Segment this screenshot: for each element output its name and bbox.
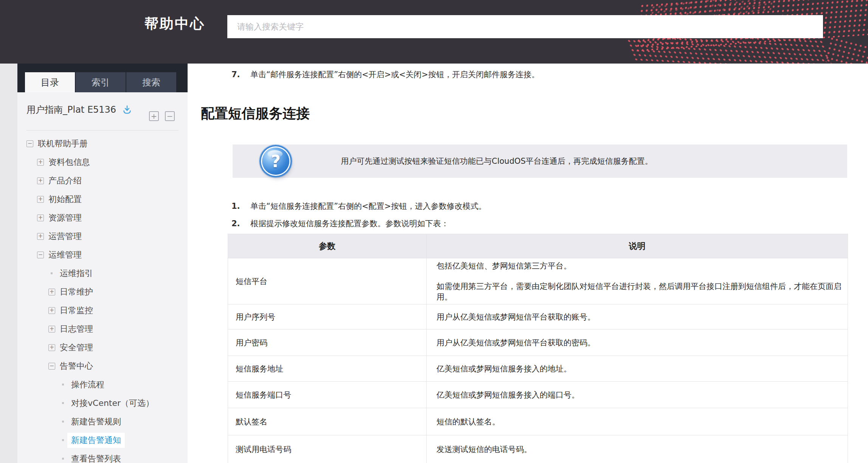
doc-title: 用户指南_Plat E5136 [26,104,116,116]
table-row: 短信平台 包括亿美短信、梦网短信第三方平台。如需使用第三方平台，需要由定制化团队… [228,258,848,305]
expand-all-button[interactable]: + [149,111,159,121]
toc-tree-item[interactable]: + 产品介绍 [17,171,188,190]
toc-tree-item[interactable]: 操作流程 [17,375,188,394]
toc-tree-item-label: 日志管理 [60,323,93,335]
collapse-all-button[interactable]: − [165,111,175,121]
column-header-param: 参数 [228,234,427,258]
sidebar-tabbar: 目录 索引 搜索 [17,64,188,92]
collapse-node-icon[interactable]: − [37,252,44,258]
expand-node-icon[interactable]: + [37,196,44,203]
main-content: 7. 单击“邮件服务连接配置”右侧的<开启>或<关闭>按钮，开启关闭邮件服务连接… [188,64,868,463]
step-number: 2. [231,219,250,228]
leaf-bullet-icon [62,439,64,441]
download-icon[interactable] [122,105,132,115]
toc-tree-item[interactable]: + 日常维护 [17,283,188,301]
collapse-node-icon[interactable]: − [26,140,33,147]
table-row: 默认签名 短信的默认签名。 [228,408,848,435]
decorative-dot-pattern [824,36,868,64]
tab-search[interactable]: 搜索 [126,72,176,92]
param-cell: 测试用电话号码 [228,435,427,463]
left-margin-strip [0,64,17,463]
help-question-icon: ? [262,148,289,175]
toc-tree-item[interactable]: − 运维管理 [17,245,188,264]
leaf-bullet-icon [62,458,64,460]
toc-tree-item[interactable]: + 日志管理 [17,320,188,338]
expand-node-icon[interactable]: + [37,177,44,184]
table-row: 用户序列号 用户从亿美短信或梦网短信平台获取的账号。 [228,305,848,329]
search-input[interactable] [227,15,823,38]
desc-cell: 短信的默认签名。 [427,408,848,435]
param-cell: 短信平台 [228,258,427,305]
leaf-bullet-icon [62,421,64,423]
expand-node-icon[interactable]: + [48,307,55,314]
table-header-row: 参数 说明 [228,234,848,258]
desc-paragraph: 发送测试短信的电话号码。 [436,444,842,455]
toc-tree-item[interactable]: + 初始配置 [17,190,188,208]
tab-index[interactable]: 索引 [76,72,126,92]
question-mark-glyph: ? [271,152,281,171]
tab-toc[interactable]: 目录 [25,72,75,92]
desc-paragraph: 短信的默认签名。 [436,416,842,427]
leaf-bullet-icon [62,402,64,404]
step-text: 根据提示修改短信服务连接配置参数。参数说明如下表： [250,219,449,228]
toc-tree-item-label: 操作流程 [71,379,104,390]
toc-tree-item[interactable]: 运维指引 [17,264,188,283]
table-row: 用户密码 用户从亿美短信或梦网短信平台获取的密码。 [228,329,848,356]
table-row: 短信服务地址 亿美短信或梦网短信服务接入的地址。 [228,356,848,382]
desc-cell: 亿美短信或梦网短信服务接入的端口号。 [427,382,848,408]
toc-tree-item[interactable]: − 联机帮助手册 [17,134,188,153]
sidebar-divider [26,130,179,131]
leaf-bullet-icon [62,384,64,385]
param-cell: 默认签名 [228,408,427,435]
param-cell: 用户密码 [228,329,427,356]
table-row: 短信服务端口号 亿美短信或梦网短信服务接入的端口号。 [228,382,848,408]
toc-tree-item-label: 查看告警列表 [71,453,121,463]
toc-tree-item[interactable]: + 资源管理 [17,208,188,227]
toc-tree: − 联机帮助手册 + 资料包信息 + 产品介绍 + 初始配置 + 资源管理 + … [17,134,188,463]
desc-paragraph: 用户从亿美短信或梦网短信平台获取的账号。 [436,312,842,322]
steps-list: 1. 单击“短信服务连接配置”右侧的<配置>按钮，进入参数修改模式。 2. 根据… [231,201,868,228]
desc-paragraph: 如需使用第三方平台，需要由定制化团队对短信平台进行封装，然后调用平台接口注册到短… [436,281,842,302]
toc-tree-item[interactable]: + 资料包信息 [17,153,188,171]
desc-paragraph: 亿美短信或梦网短信服务接入的地址。 [436,364,842,374]
step-number: 1. [231,201,250,211]
param-cell: 用户序列号 [228,305,427,329]
expand-node-icon[interactable]: + [48,326,55,332]
collapse-node-icon[interactable]: − [48,363,55,370]
toc-tree-item-label: 新建告警规则 [71,416,121,427]
desc-cell: 发送测试短信的电话号码。 [427,435,848,463]
parameter-table: 参数 说明 短信平台 包括亿美短信、梦网短信第三方平台。如需使用第三方平台，需要… [228,234,848,463]
toc-tree-item-label: 运营管理 [48,231,82,242]
step-item-7: 7. 单击“邮件服务连接配置”右侧的<开启>或<关闭>按钮，开启关闭邮件服务连接… [231,70,868,79]
toc-tree-item[interactable]: 新建告警通知 [17,431,188,449]
toc-tree-item-label: 产品介绍 [48,175,82,186]
toc-tree-item[interactable]: + 日常监控 [17,301,188,320]
desc-paragraph: 包括亿美短信、梦网短信第三方平台。 [436,261,842,271]
expand-node-icon[interactable]: + [37,159,44,166]
desc-cell: 包括亿美短信、梦网短信第三方平台。如需使用第三方平台，需要由定制化团队对短信平台… [427,258,848,305]
table-row: 测试用电话号码 发送测试短信的电话号码。 [228,435,848,463]
toc-tree-item[interactable]: 新建告警规则 [17,412,188,431]
toc-tree-item-label: 资料包信息 [48,157,90,168]
toc-tree-item[interactable]: − 告警中心 [17,357,188,375]
step-text: 单击“短信服务连接配置”右侧的<配置>按钮，进入参数修改模式。 [250,201,486,211]
toc-tree-item[interactable]: 对接vCenter（可选） [17,394,188,412]
toc-tree-item-label: 运维管理 [48,249,82,261]
toc-tree-item-label: 资源管理 [48,212,82,224]
note-text: 用户可先通过测试按钮来验证短信功能已与CloudOS平台连通后，再完成短信服务配… [341,156,653,166]
toc-tree-item[interactable]: + 运营管理 [17,227,188,245]
toc-tree-item-label: 安全管理 [60,342,93,353]
note-box: ? 用户可先通过测试按钮来验证短信功能已与CloudOS平台连通后，再完成短信服… [233,144,847,178]
section-heading: 配置短信服务连接 [201,104,868,123]
toc-tree-item[interactable]: + 安全管理 [17,338,188,357]
desc-cell: 亿美短信或梦网短信服务接入的地址。 [427,356,848,382]
toc-tree-item-label: 运维指引 [60,268,93,279]
expand-node-icon[interactable]: + [48,289,55,295]
expand-node-icon[interactable]: + [48,344,55,351]
desc-paragraph: 用户从亿美短信或梦网短信平台获取的密码。 [436,337,842,348]
toc-tree-item-label: 对接vCenter（可选） [71,398,154,409]
expand-node-icon[interactable]: + [37,233,44,240]
expand-node-icon[interactable]: + [37,214,44,221]
param-cell: 短信服务地址 [228,356,427,382]
toc-tree-item[interactable]: 查看告警列表 [17,449,188,463]
